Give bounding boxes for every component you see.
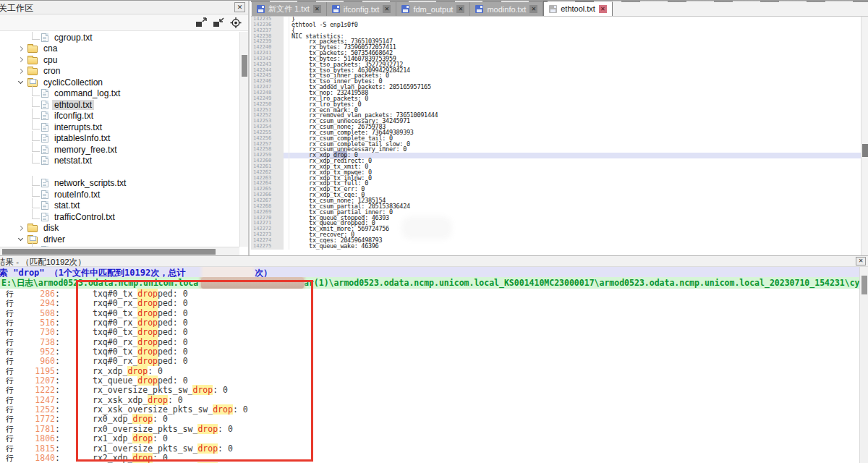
scrollbar-thumb[interactable] (861, 276, 867, 294)
tree-horizontal-scrollbar[interactable] (0, 247, 239, 255)
save-icon (332, 5, 340, 13)
tree-item-label: cpu (41, 55, 59, 65)
result-row[interactable]: 行1247:rx_xsk_xdp_drop: 0 (0, 395, 859, 404)
result-row[interactable]: 行1840:rx2_xdp_drop: 0 (0, 453, 859, 462)
gutter-margin (284, 238, 289, 244)
result-text: txq#0_tx_dropped: 0 (93, 327, 188, 337)
result-row[interactable]: 行1806:rx1_xdp_drop: 0 (0, 433, 859, 443)
scrollbar-thumb[interactable] (862, 144, 868, 157)
scrollbar-thumb[interactable] (242, 55, 247, 77)
gutter-margin (284, 68, 289, 74)
redaction-blur (405, 220, 448, 236)
match-highlight: drop (137, 318, 158, 328)
tree-connector (32, 187, 40, 197)
chevron-right-icon[interactable] (18, 57, 23, 62)
tab-ethtool.txt[interactable]: ethtool.txt✕ (543, 1, 613, 16)
result-text: rxq#0_rx_dropped: 0 (93, 337, 188, 347)
result-row[interactable]: 行1252:rx_xsk_oversize_pkts_sw_drop: 0 (0, 404, 859, 414)
result-row[interactable]: 行286:txq#0_tx_dropped: 0 (0, 289, 859, 298)
tree-item-cpu[interactable]: cpu (0, 54, 239, 66)
line-text: rx_xdp_tx_xmit: 0 (289, 164, 861, 170)
gutter-margin (284, 73, 289, 79)
gutter-margin (284, 96, 289, 102)
tree-item-cron[interactable]: cron (0, 66, 239, 77)
match-highlight: drop (213, 404, 233, 415)
file-icon (41, 201, 48, 210)
tree-item-trafficControl.txt[interactable]: trafficControl.txt (0, 211, 239, 223)
chevron-right-icon[interactable] (18, 46, 23, 51)
result-line-number: 1222 (17, 385, 55, 395)
file-icon (41, 134, 48, 143)
result-row[interactable]: 行1222:rx_oversize_pkts_sw_drop: 0 (0, 385, 859, 394)
gutter-margin (284, 108, 289, 114)
gutter-margin (284, 62, 289, 68)
chevron-right-icon[interactable] (18, 226, 23, 231)
match-highlight: drop (127, 366, 148, 376)
tree-connector (32, 86, 40, 96)
chevron-right-icon[interactable] (18, 69, 23, 74)
scrollbar-thumb[interactable] (2, 249, 216, 255)
chevron-down-icon[interactable] (18, 79, 23, 84)
chevron-down-icon[interactable] (18, 236, 23, 241)
result-row[interactable]: 行730:txq#0_tx_dropped: 0 (0, 327, 859, 336)
tab-modinfo.txt[interactable]: modinfo.txt✕ (470, 2, 543, 16)
tree-item-disk[interactable]: disk (0, 223, 239, 234)
folder-icon (27, 225, 38, 232)
code-area[interactable]: 142235}142236ethtool -S enp1s0f0142237{1… (251, 17, 861, 255)
close-icon[interactable]: ✕ (313, 5, 321, 13)
close-icon[interactable]: ✕ (599, 5, 607, 13)
result-row[interactable]: 行1781:rx0_oversize_pkts_sw_drop: 0 (0, 424, 859, 433)
tab-fdm_output[interactable]: fdm_output✕ (396, 2, 470, 16)
tab-ifconfig.txt[interactable]: ifconfig.txt✕ (327, 2, 397, 16)
result-file-path[interactable]: E:\日志\armod0523.odata.ncmp.unicom.loca a… (0, 277, 868, 289)
tree-item-label: trafficControl.txt (52, 212, 117, 222)
tab-新文件 1.txt[interactable]: 新文件 1.txt✕ (252, 2, 327, 16)
close-icon[interactable]: ✕ (383, 5, 391, 13)
tree-item-netstat.txt[interactable]: netstat.txt (0, 156, 239, 167)
editor-line: 142275 tx_queue_wake: 46396 (251, 244, 861, 250)
editor-vertical-scrollbar[interactable] (861, 17, 868, 255)
result-row[interactable]: 行1207:tx_queue_dropped: 0 (0, 375, 859, 385)
tree-item-label: netstat.txt (52, 156, 94, 166)
result-row[interactable]: 行952:txq#0_tx_dropped: 0 (0, 347, 859, 356)
folder-icon (27, 57, 38, 64)
app-window: 关工作区 ✕ cgroup.txtcnacpucroncyclicCollect… (0, 0, 868, 463)
result-row[interactable]: 行1815:rx1_oversize_pkts_sw_drop: 0 (0, 443, 859, 453)
workspace-close-icon[interactable]: ✕ (234, 2, 245, 12)
gutter-margin (284, 244, 289, 250)
results-vertical-scrollbar[interactable] (859, 267, 868, 463)
line-text: tx_added_vlan_packets: 205165957165 (289, 85, 861, 90)
result-row[interactable]: 行1772:rx0_xdp_drop: 0 (0, 414, 859, 423)
locate-file-icon[interactable] (230, 17, 242, 28)
result-row[interactable]: 行960:rxq#0_rx_dropped: 0 (0, 356, 859, 365)
expand-all-icon[interactable] (195, 17, 208, 28)
result-text: rx1_xdp_drop: 0 (93, 433, 168, 443)
result-row[interactable]: 行516:rxq#0_rx_dropped: 0 (0, 318, 859, 327)
tree-item-cgroup.txt[interactable]: cgroup.txt (0, 32, 239, 43)
result-row[interactable]: 行294:rxq#0_rx_dropped: 0 (0, 298, 859, 307)
tree-connector (32, 209, 40, 219)
result-row[interactable]: 行1195:rx_xdp_drop: 0 (0, 366, 859, 375)
results-close-icon[interactable]: ✕ (856, 257, 866, 266)
tree-item-cna[interactable]: cna (0, 43, 239, 55)
tree-item-label: driver (41, 234, 67, 245)
close-icon[interactable]: ✕ (529, 5, 537, 13)
result-row[interactable]: 行508:txq#0_tx_dropped: 0 (0, 308, 859, 318)
gutter-margin (284, 176, 289, 182)
gutter-margin (284, 79, 289, 85)
file-icon (41, 33, 48, 42)
file-icon (41, 145, 48, 154)
result-line-number: 1252 (17, 404, 55, 415)
close-icon[interactable]: ✕ (456, 5, 464, 13)
collapse-all-icon[interactable] (213, 17, 225, 28)
tree-connector (32, 32, 40, 40)
tab-label: ifconfig.txt (344, 5, 380, 14)
file-icon (41, 190, 48, 199)
tree-vertical-scrollbar[interactable] (239, 32, 248, 247)
result-row[interactable]: 行738:rxq#0_rx_dropped: 0 (0, 337, 859, 347)
tab-label: ethtool.txt (561, 4, 595, 13)
gutter-margin (284, 136, 289, 142)
result-line-number: 294 (17, 298, 55, 308)
file-icon (41, 123, 48, 132)
colon: : (55, 424, 60, 434)
